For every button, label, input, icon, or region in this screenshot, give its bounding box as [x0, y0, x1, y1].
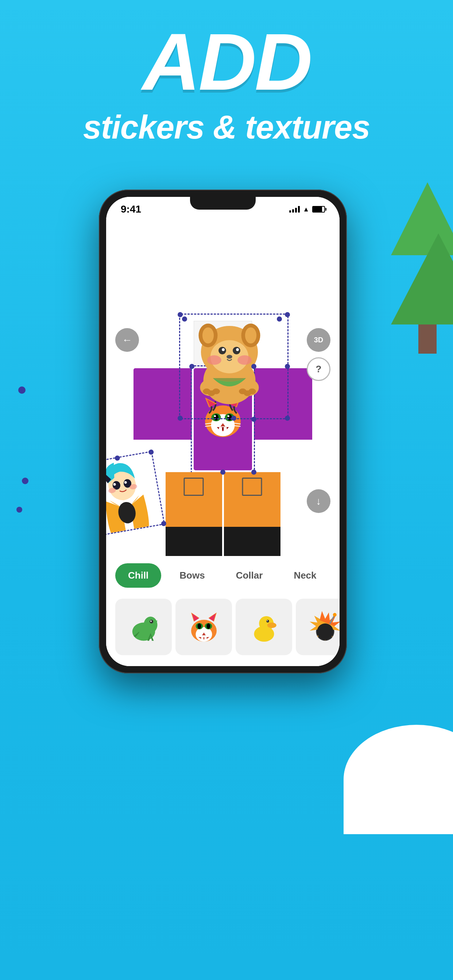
phone-frame: 9:41 ▲ ←: [99, 189, 347, 673]
skin-legs-row: [166, 472, 281, 556]
svg-rect-66: [201, 636, 203, 640]
svg-rect-67: [204, 636, 206, 640]
signal-icon: [289, 206, 300, 213]
battery-icon: [312, 206, 325, 213]
skin-right-leg: [224, 472, 281, 556]
anime-sticker-image: [106, 454, 163, 538]
selection-handle-br[interactable]: [285, 415, 290, 421]
skin-left-leg: [166, 472, 222, 556]
tab-collar[interactable]: Collar: [223, 563, 276, 588]
bottom-tab-bar: Chill Bows Collar Neck: [106, 556, 340, 595]
selection-handle-tr[interactable]: [285, 312, 290, 317]
tree-decoration: [391, 182, 453, 328]
svg-rect-36: [223, 427, 227, 432]
svg-point-21: [248, 389, 256, 395]
ground-decoration: [344, 725, 453, 834]
status-time: 9:41: [121, 204, 141, 215]
dog-sticker-image: [182, 317, 277, 411]
tab-chill[interactable]: Chill: [115, 563, 161, 588]
page-title-line1: ADD: [0, 22, 453, 102]
sticker-grid: [106, 595, 340, 666]
wifi-icon: ▲: [303, 205, 309, 213]
phone-mockup: 9:41 ▲ ←: [99, 189, 354, 673]
svg-point-18: [212, 389, 220, 395]
tab-bows[interactable]: Bows: [167, 563, 217, 588]
3d-label: 3D: [314, 336, 324, 344]
sticker-duck[interactable]: [236, 599, 292, 655]
svg-point-7: [207, 355, 222, 365]
svg-point-74: [317, 624, 333, 640]
svg-point-8: [238, 355, 252, 365]
svg-point-64: [206, 624, 210, 629]
sticker-dinosaur[interactable]: [115, 599, 172, 655]
selection-handle-tl[interactable]: [178, 312, 183, 317]
dog-sticker[interactable]: [179, 313, 289, 419]
svg-point-72: [266, 620, 268, 621]
phone-notch: [190, 197, 256, 210]
sticker-explosion[interactable]: [296, 599, 340, 655]
svg-point-4: [203, 328, 214, 344]
tab-neck[interactable]: Neck: [281, 563, 329, 588]
status-icons: ▲: [289, 205, 325, 213]
svg-point-5: [245, 328, 257, 344]
back-arrow-icon: ←: [122, 334, 132, 346]
svg-point-71: [266, 620, 269, 623]
selection-handle-bl[interactable]: [178, 415, 183, 421]
phone-screen: 9:41 ▲ ←: [106, 197, 340, 666]
svg-point-11: [222, 348, 225, 351]
selection-handle-bm[interactable]: [231, 415, 236, 421]
selection-handle-rm[interactable]: [285, 364, 290, 369]
svg-point-13: [226, 355, 232, 358]
help-icon: ?: [316, 363, 322, 375]
pocket-left: [184, 477, 204, 496]
svg-point-12: [236, 348, 239, 351]
pocket-right: [242, 477, 262, 496]
svg-point-52: [144, 617, 158, 633]
header-section: ADD stickers & textures: [0, 0, 453, 145]
sticker-tiger[interactable]: [175, 599, 232, 655]
help-button[interactable]: ?: [307, 357, 330, 381]
svg-rect-35: [219, 427, 222, 432]
app-content: ← 3D ?: [106, 321, 340, 666]
download-icon: ↓: [316, 495, 321, 507]
svg-point-70: [267, 622, 276, 628]
svg-point-63: [197, 624, 201, 629]
back-button[interactable]: ←: [115, 328, 139, 352]
download-button[interactable]: ↓: [307, 489, 330, 513]
page-title-line2: stickers & textures: [0, 110, 453, 145]
dog-sticker-border: [179, 313, 289, 419]
svg-point-54: [150, 620, 152, 622]
svg-point-75: [333, 613, 336, 617]
3d-button[interactable]: 3D: [307, 328, 330, 352]
